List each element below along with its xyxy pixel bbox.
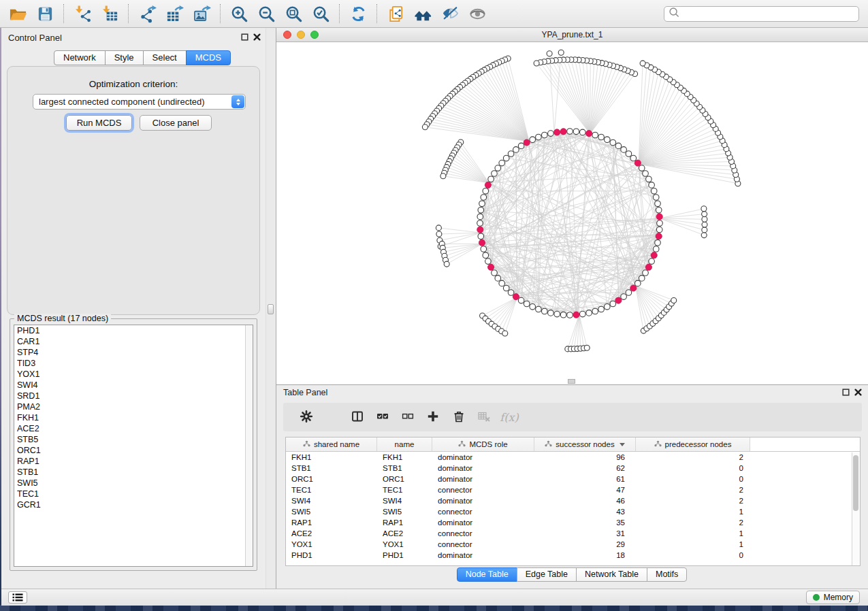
- table-scrollbar[interactable]: [852, 452, 860, 565]
- mcds-result-item[interactable]: STB5: [14, 434, 253, 445]
- automation-panel-button[interactable]: [8, 591, 27, 604]
- show-columns-button[interactable]: [349, 410, 366, 425]
- mcds-result-item[interactable]: TEC1: [14, 489, 253, 499]
- tab-network[interactable]: Network: [54, 50, 106, 65]
- close-panel-button[interactable]: Close panel: [140, 115, 212, 131]
- zoom-in-button[interactable]: [225, 2, 253, 25]
- tab-select[interactable]: Select: [143, 50, 187, 65]
- mcds-result-item[interactable]: YOX1: [14, 369, 253, 380]
- mcds-result-item[interactable]: FKH1: [14, 412, 253, 423]
- new-network-from-selection-button[interactable]: [382, 2, 409, 25]
- network-canvas[interactable]: [276, 42, 868, 384]
- settings-gear-button[interactable]: [298, 410, 315, 425]
- table-scrollbar-thumb[interactable]: [853, 455, 858, 511]
- table-row[interactable]: PHD1PHD1dominator180: [286, 550, 860, 561]
- tab-motifs[interactable]: Motifs: [647, 567, 687, 582]
- hide-selected-button[interactable]: [436, 2, 464, 25]
- table-cell: ORC1: [286, 475, 377, 483]
- zoom-out-button[interactable]: [253, 2, 280, 25]
- table-cell: 2: [636, 497, 750, 505]
- delete-table-button: [476, 410, 492, 425]
- zoom-selected-icon: [312, 5, 330, 23]
- mcds-result-item[interactable]: PHD1: [14, 325, 253, 336]
- column-header-name[interactable]: name: [377, 437, 432, 451]
- table-cell: 2: [636, 453, 750, 461]
- delete-row-button[interactable]: [451, 410, 467, 425]
- table-cell: dominator: [432, 475, 534, 483]
- tab-node-table[interactable]: Node Table: [457, 567, 517, 582]
- export-network-button[interactable]: [133, 2, 161, 25]
- export-image-button[interactable]: [188, 2, 215, 25]
- column-header-shared-name[interactable]: shared name: [286, 437, 377, 451]
- refresh-button[interactable]: [344, 2, 372, 25]
- mcds-result-item[interactable]: STB1: [14, 467, 253, 478]
- tab-mcds[interactable]: MCDS: [186, 50, 231, 65]
- mcds-result-item[interactable]: ORC1: [14, 445, 253, 456]
- select-all-columns-icon: [376, 410, 389, 425]
- mcds-result-item[interactable]: ACE2: [14, 423, 253, 434]
- float-table-panel-icon[interactable]: [841, 388, 850, 397]
- zoom-selected-button[interactable]: [307, 2, 334, 25]
- open-file-button[interactable]: [4, 2, 31, 25]
- first-neighbors-button[interactable]: [409, 2, 436, 25]
- table-row[interactable]: FKH1FKH1dominator962: [286, 452, 860, 463]
- close-table-panel-icon[interactable]: [854, 388, 863, 397]
- control-panel-tabs: NetworkStyleSelectMCDS: [54, 50, 231, 65]
- table-row[interactable]: STB1STB1dominator620: [286, 463, 860, 474]
- add-row-button[interactable]: [425, 410, 441, 425]
- network-graph[interactable]: [276, 42, 868, 384]
- select-all-columns-button[interactable]: [374, 410, 391, 425]
- table-cell: dominator: [432, 453, 534, 461]
- table-row[interactable]: SWI4SWI4dominator462: [286, 495, 860, 506]
- table-cell: YOX1: [377, 540, 432, 548]
- column-header-successor-nodes[interactable]: successor nodes: [534, 437, 636, 451]
- mcds-result-item[interactable]: GCR1: [14, 499, 253, 510]
- run-mcds-button[interactable]: Run MCDS: [66, 115, 132, 131]
- save-session-icon: [36, 5, 54, 23]
- optimization-criterion-select[interactable]: largest connected component (undirected): [33, 94, 246, 110]
- horizontal-splitter-grip[interactable]: [568, 379, 575, 384]
- table-row[interactable]: YOX1YOX1connector291: [286, 539, 860, 550]
- tab-network-table[interactable]: Network Table: [576, 567, 647, 582]
- mcds-result-item[interactable]: STP4: [14, 347, 253, 358]
- table-row[interactable]: ORC1ORC1dominator610: [286, 474, 860, 484]
- vertical-splitter[interactable]: [266, 28, 276, 589]
- namespace-tree-icon: [458, 440, 466, 448]
- mcds-list-scrollbar[interactable]: [245, 325, 253, 566]
- mcds-result-item[interactable]: SWI4: [14, 380, 253, 391]
- mcds-result-item[interactable]: TID3: [14, 358, 253, 369]
- zoom-fit-button[interactable]: [280, 2, 307, 25]
- toolbar-separator: [220, 4, 221, 23]
- import-table-button[interactable]: [96, 2, 123, 25]
- mcds-result-item[interactable]: SRD1: [14, 391, 253, 401]
- column-header-predecessor-nodes[interactable]: predecessor nodes: [636, 437, 750, 451]
- column-header-label: shared name: [314, 440, 359, 448]
- splitter-grip[interactable]: [268, 304, 274, 314]
- mcds-result-item[interactable]: PMA2: [14, 401, 253, 412]
- unselect-all-columns-button[interactable]: [400, 410, 416, 425]
- table-row[interactable]: ACE2ACE2connector311: [286, 528, 860, 539]
- export-table-button[interactable]: [161, 2, 188, 25]
- search-input[interactable]: [679, 9, 854, 18]
- table-row[interactable]: TEC1TEC1connector472: [286, 484, 860, 495]
- search-field[interactable]: [664, 6, 859, 22]
- table-cell: 0: [636, 475, 750, 483]
- table-row[interactable]: SWI5SWI5connector431: [286, 506, 860, 517]
- mcds-result-item[interactable]: CAR1: [14, 336, 253, 347]
- column-header-MCDS-role[interactable]: MCDS role: [432, 437, 534, 451]
- float-window-icon[interactable]: [240, 33, 249, 42]
- table-cell: 46: [534, 497, 636, 505]
- import-network-button[interactable]: [69, 2, 96, 25]
- memory-button[interactable]: Memory: [806, 591, 860, 604]
- save-session-button[interactable]: [31, 2, 59, 25]
- mcds-result-item[interactable]: SWI5: [14, 478, 253, 489]
- tab-style[interactable]: Style: [105, 50, 144, 65]
- select-stepper-icon: [231, 95, 244, 108]
- table-row[interactable]: RAP1RAP1dominator352: [286, 517, 860, 528]
- close-panel-icon[interactable]: [253, 33, 261, 42]
- mcds-result-item[interactable]: RAP1: [14, 456, 253, 467]
- add-row-icon: [426, 410, 440, 425]
- unselect-all-columns-icon: [401, 410, 415, 425]
- show-all-button[interactable]: [464, 2, 491, 25]
- tab-edge-table[interactable]: Edge Table: [517, 567, 577, 582]
